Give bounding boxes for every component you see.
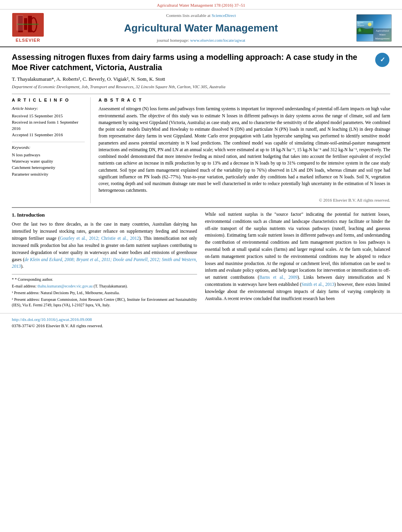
received-date: Received 15 September 2015: [12, 113, 85, 119]
keyword-3: Catchment heterogeneity: [12, 165, 85, 171]
header-area: ELSEVIER Contents lists available at Sci…: [0, 9, 402, 47]
intro-heading: 1. Introduction: [12, 211, 197, 219]
body-divider: [12, 207, 390, 208]
contents-line: Contents lists available at ScienceDirec…: [166, 13, 236, 19]
footnote-email-label: E-mail address:: [12, 284, 36, 288]
keyword-1: N loss pathways: [12, 152, 85, 158]
footnote-star: *: [12, 277, 15, 282]
intro-text-col1: Over the last two to three decades, as i…: [12, 221, 197, 270]
authors-line: T. Thayalakumaran*, A. Roberts¹, C. Beve…: [12, 76, 390, 83]
homepage-label: journal homepage:: [157, 38, 189, 43]
journal-citation: Agricultural Water Management 178 (2016)…: [157, 3, 245, 7]
intro-text-col2: While soil nutrient surplus is the "sour…: [205, 211, 390, 302]
article-content: Assessing nitrogen fluxes from dairy far…: [0, 47, 402, 313]
journal-thumbnail: Agricultural Water Management: [356, 14, 392, 42]
crossmark-badge: ✓: [374, 52, 390, 68]
affiliation-line: Department of Economic Development, Job,…: [12, 84, 390, 90]
homepage-url[interactable]: www.elsevier.com/locate/agwat: [190, 38, 246, 43]
abstract-col: A B S T R A C T Assessment of nitrogen (…: [99, 97, 390, 203]
header-right: Agricultural Water Management: [352, 13, 396, 43]
article-info-col: A R T I C L E I N F O Article history: R…: [12, 97, 91, 203]
crossmark-icon: ✓: [375, 53, 389, 67]
keywords-group: Keywords: N loss pathways Waterway water…: [12, 145, 85, 177]
revised-date: Received in revised form 1 September 201…: [12, 119, 85, 132]
elsevier-logo-box: [12, 13, 44, 37]
header-left: ELSEVIER: [6, 13, 50, 43]
footnote-email: E-mail address: thahu.kumaran@ecodev.vic…: [12, 284, 197, 289]
doi-link[interactable]: http://dx.doi.org/10.1016/j.agwat.2016.0…: [12, 317, 92, 322]
article-history: Article history: Received 15 September 2…: [12, 106, 85, 138]
elsevier-logo: ELSEVIER: [12, 13, 44, 43]
keywords-label: Keywords:: [12, 145, 85, 150]
abstract-paragraph: Assessment of nitrogen (N) loss forms an…: [99, 106, 390, 194]
body-col-left: 1. Introduction Over the last two to thr…: [12, 211, 197, 309]
history-label: Article history:: [12, 106, 85, 111]
two-col-layout: A R T I C L E I N F O Article history: R…: [12, 97, 390, 203]
header-center: Contents lists available at ScienceDirec…: [50, 13, 352, 43]
ref-smith2013[interactable]: Smith et al., 2013: [302, 282, 334, 287]
intro-para2: While soil nutrient surplus is the "sour…: [205, 211, 390, 302]
journal-bar: Agricultural Water Management 178 (2016)…: [0, 0, 402, 9]
keyword-4: Parameter sensitivity: [12, 171, 85, 177]
abstract-text: Assessment of nitrogen (N) loss forms an…: [99, 106, 390, 194]
keyword-2: Waterway water quality: [12, 158, 85, 164]
body-two-col: 1. Introduction Over the last two to thr…: [12, 211, 390, 309]
footnote-corresponding-text: * Corresponding author.: [15, 277, 53, 282]
intro-para1: Over the last two to three decades, as i…: [12, 221, 197, 270]
article-info-label: A R T I C L E I N F O: [12, 97, 85, 103]
sciencedirect-link[interactable]: ScienceDirect: [212, 13, 236, 18]
svg-point-8: [368, 23, 371, 26]
journal-homepage: journal homepage: www.elsevier.com/locat…: [157, 37, 246, 43]
article-title: Assessing nitrogen fluxes from dairy far…: [12, 52, 370, 72]
footnote-corresponding: * * Corresponding author.: [12, 277, 197, 282]
footnote-email-suffix: (T. Thayalakumaran).: [94, 284, 128, 288]
footnotes-area: * * Corresponding author. E-mail address…: [12, 274, 197, 308]
body-col-right: While soil nutrient surplus is the "sour…: [205, 211, 390, 309]
copyright-line: © 2016 Elsevier B.V. All rights reserved…: [99, 197, 390, 203]
svg-rect-4: [17, 24, 39, 25]
accepted-date: Accepted 11 September 2016: [12, 132, 85, 138]
footnote-2: ² Present address: European Commission, …: [12, 297, 197, 308]
svg-text:Management: Management: [357, 25, 364, 26]
issn-text: 0378-3774/© 2016 Elsevier B.V. All right…: [12, 323, 103, 328]
ref-gourley2012[interactable]: Gourley et al., 2012; Christie et al., 2…: [60, 236, 139, 241]
footnote-email-link[interactable]: thahu.kumaran@ecodev.vic.gov.au: [37, 284, 93, 288]
ref-barns2009[interactable]: Barns et al., 2009: [259, 275, 298, 280]
footnote-1: ¹ Present address: Natural Decisions Pty…: [12, 290, 197, 296]
elsevier-text-label: ELSEVIER: [16, 37, 40, 43]
article-divider: [12, 94, 390, 94]
article-title-section: Assessing nitrogen fluxes from dairy far…: [12, 52, 390, 72]
contents-text: Contents lists available at: [166, 13, 210, 18]
abstract-label: A B S T R A C T: [99, 97, 390, 103]
svg-rect-0: [18, 16, 23, 32]
bottom-doi: http://dx.doi.org/10.1016/j.agwat.2016.0…: [0, 313, 402, 331]
ref-deklein2008[interactable]: de Klein and Eckard, 2008; Bryant et al.…: [12, 257, 197, 269]
journal-title: Agricultural Water Management: [124, 22, 278, 34]
page-wrapper: Agricultural Water Management 178 (2016)…: [0, 0, 402, 331]
authors-text: T. Thayalakumaran*, A. Roberts¹, C. Beve…: [12, 76, 165, 82]
